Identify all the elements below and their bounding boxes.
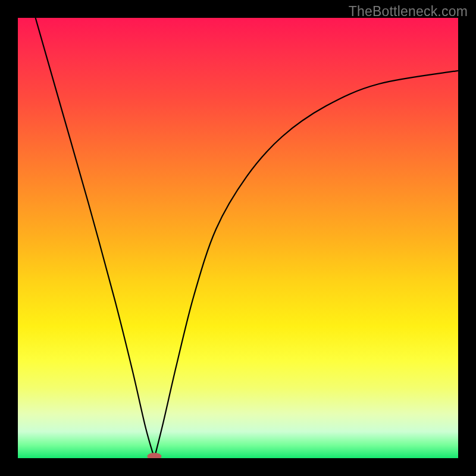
watermark-text: TheBottleneck.com bbox=[349, 4, 468, 20]
chart-frame: TheBottleneck.com bbox=[0, 0, 476, 476]
plot-area bbox=[18, 18, 458, 458]
curve-svg bbox=[18, 18, 458, 458]
curve-right-branch bbox=[154, 71, 458, 458]
minimum-marker bbox=[147, 453, 161, 458]
curve-left-branch bbox=[36, 18, 155, 458]
